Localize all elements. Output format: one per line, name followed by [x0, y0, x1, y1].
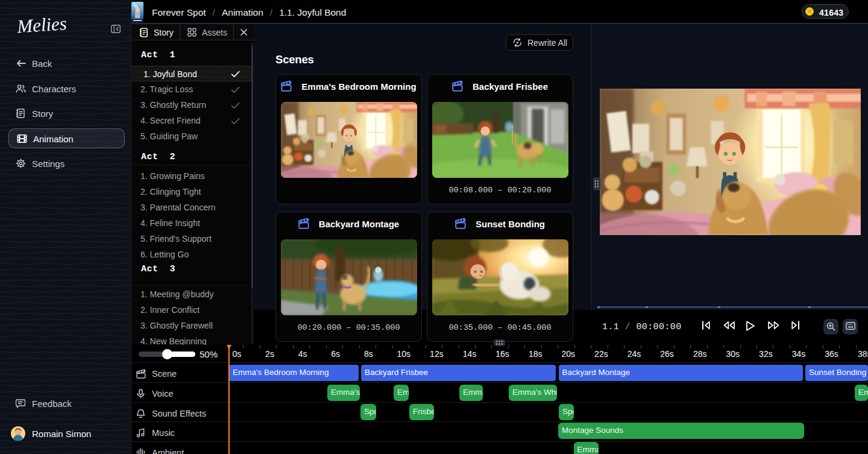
svg-text:Melies: Melies [16, 13, 68, 37]
